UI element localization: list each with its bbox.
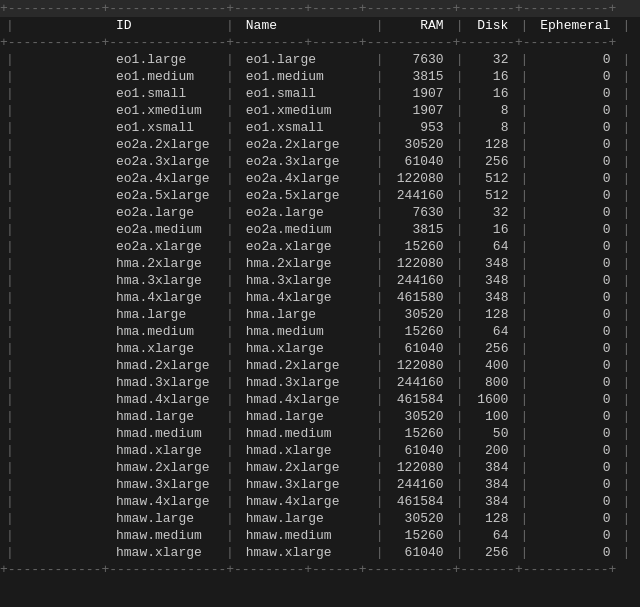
pipe: | xyxy=(220,170,240,187)
cell-ephemeral: 0 xyxy=(534,255,616,272)
pipe: | xyxy=(370,374,390,391)
cell-disk: 348 xyxy=(469,255,514,272)
pipe: | xyxy=(616,391,636,408)
pipe: | xyxy=(0,255,110,272)
cell-id: hmaw.4xlarge xyxy=(110,493,220,510)
pipe: | xyxy=(514,340,534,357)
table-row: | hmaw.3xlarge | hmaw.3xlarge | 244160 |… xyxy=(0,476,640,493)
pipe: | xyxy=(370,17,390,34)
cell-vcpus: 4 xyxy=(636,51,640,68)
table-row: | eo1.large | eo1.large | 7630 | 32 | 0 … xyxy=(0,51,640,68)
table-row: | hmaw.xlarge | hmaw.xlarge | 61040 | 25… xyxy=(0,544,640,561)
cell-id: hma.4xlarge xyxy=(110,289,220,306)
pipe: | xyxy=(220,17,240,34)
pipe: | xyxy=(616,153,636,170)
table-row: | eo1.xsmall | eo1.xsmall | 953 | 8 | 0 … xyxy=(0,119,640,136)
cell-vcpus: 8 xyxy=(636,136,640,153)
cell-vcpus: 2 xyxy=(636,527,640,544)
pipe: | xyxy=(370,510,390,527)
cell-disk: 384 xyxy=(469,459,514,476)
cell-id: eo2a.large xyxy=(110,204,220,221)
cell-disk: 64 xyxy=(469,323,514,340)
cell-ram: 30520 xyxy=(390,306,450,323)
pipe: | xyxy=(450,204,470,221)
cell-name: hmad.large xyxy=(240,408,370,425)
cell-vcpus: 64 xyxy=(636,391,640,408)
pipe: | xyxy=(450,119,470,136)
pipe: | xyxy=(616,17,636,34)
pipe: | xyxy=(370,170,390,187)
pipe: | xyxy=(220,476,240,493)
cell-name: eo1.medium xyxy=(240,68,370,85)
flavor-table-container: +------------+---------------+---------+… xyxy=(0,0,640,578)
pipe: | xyxy=(0,51,110,68)
pipe: | xyxy=(0,119,110,136)
cell-ram: 15260 xyxy=(390,323,450,340)
pipe: | xyxy=(370,425,390,442)
cell-name: eo2a.3xlarge xyxy=(240,153,370,170)
cell-name: eo2a.5xlarge xyxy=(240,187,370,204)
pipe: | xyxy=(370,476,390,493)
pipe: | xyxy=(514,221,534,238)
pipe: | xyxy=(220,357,240,374)
pipe: | xyxy=(0,425,110,442)
pipe: | xyxy=(220,51,240,68)
pipe: | xyxy=(370,204,390,221)
cell-ephemeral: 0 xyxy=(534,442,616,459)
cell-id: eo2a.xlarge xyxy=(110,238,220,255)
cell-disk: 256 xyxy=(469,153,514,170)
pipe: | xyxy=(0,442,110,459)
pipe: | xyxy=(0,374,110,391)
cell-ephemeral: 0 xyxy=(534,170,616,187)
cell-vcpus: 2 xyxy=(636,68,640,85)
cell-vcpus: 2 xyxy=(636,323,640,340)
table-row: | eo2a.medium | eo2a.medium | 3815 | 16 … xyxy=(0,221,640,238)
table-row: | hmaw.medium | hmaw.medium | 15260 | 64… xyxy=(0,527,640,544)
cell-ram: 244160 xyxy=(390,272,450,289)
pipe: | xyxy=(220,153,240,170)
pipe: | xyxy=(514,119,534,136)
pipe: | xyxy=(0,272,110,289)
cell-name: hma.4xlarge xyxy=(240,289,370,306)
cell-ram: 3815 xyxy=(390,68,450,85)
pipe: | xyxy=(370,102,390,119)
pipe: | xyxy=(220,323,240,340)
pipe: | xyxy=(370,255,390,272)
pipe: | xyxy=(220,289,240,306)
pipe: | xyxy=(514,17,534,34)
table-row: | hma.xlarge | hma.xlarge | 61040 | 256 … xyxy=(0,340,640,357)
pipe: | xyxy=(450,187,470,204)
cell-vcpus: 4 xyxy=(636,306,640,323)
pipe: | xyxy=(0,340,110,357)
cell-id: hma.3xlarge xyxy=(110,272,220,289)
pipe: | xyxy=(370,323,390,340)
cell-vcpus: 32 xyxy=(636,170,640,187)
pipe: | xyxy=(514,238,534,255)
cell-name: hmaw.medium xyxy=(240,527,370,544)
table-header-row: | ID | Name | RAM | Disk | Ephemeral | V… xyxy=(0,17,640,34)
cell-id: eo1.xmedium xyxy=(110,102,220,119)
table-row: | eo2a.2xlarge | eo2a.2xlarge | 30520 | … xyxy=(0,136,640,153)
pipe: | xyxy=(220,391,240,408)
pipe: | xyxy=(450,17,470,34)
cell-vcpus: 64 xyxy=(636,187,640,204)
cell-vcpus: 32 xyxy=(636,476,640,493)
cell-disk: 128 xyxy=(469,510,514,527)
pipe: | xyxy=(450,459,470,476)
pipe: | xyxy=(514,187,534,204)
cell-id: hma.large xyxy=(110,306,220,323)
pipe: | xyxy=(514,544,534,561)
table-row: | eo2a.large | eo2a.large | 7630 | 32 | … xyxy=(0,204,640,221)
pipe: | xyxy=(370,238,390,255)
pipe: | xyxy=(370,357,390,374)
cell-ephemeral: 0 xyxy=(534,493,616,510)
cell-disk: 8 xyxy=(469,119,514,136)
pipe: | xyxy=(616,255,636,272)
pipe: | xyxy=(616,102,636,119)
pipe: | xyxy=(616,221,636,238)
pipe: | xyxy=(220,221,240,238)
cell-ephemeral: 0 xyxy=(534,510,616,527)
pipe: | xyxy=(450,68,470,85)
cell-disk: 16 xyxy=(469,68,514,85)
pipe: | xyxy=(450,221,470,238)
